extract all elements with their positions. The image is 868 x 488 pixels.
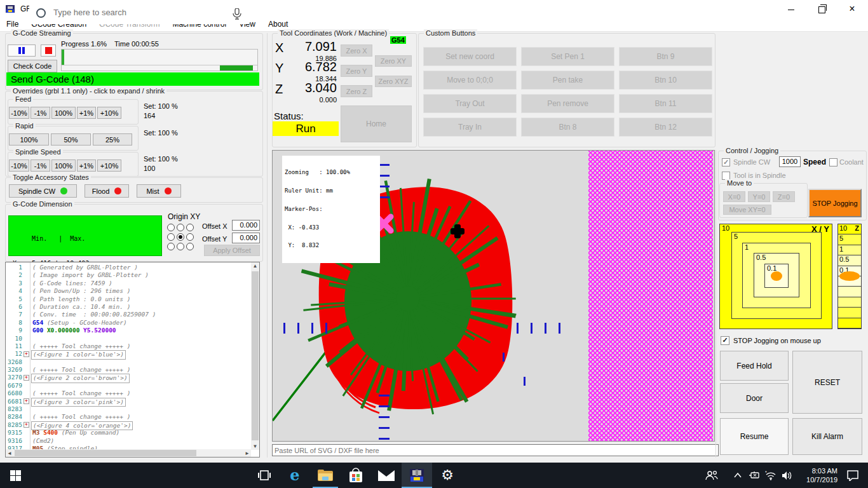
jog-z-row[interactable] bbox=[838, 287, 861, 297]
origin-radio-3[interactable] bbox=[167, 233, 175, 241]
custom-button-btn-8[interactable]: Btn 8 bbox=[521, 118, 614, 137]
task-view-button[interactable] bbox=[249, 463, 280, 488]
code-hscrollbar[interactable]: ◄ ► bbox=[6, 449, 251, 457]
taskbar-mail-button[interactable] bbox=[371, 463, 402, 488]
search-box[interactable] bbox=[29, 3, 249, 24]
code-line[interactable]: 3268 bbox=[6, 358, 251, 366]
jog-z-step-5[interactable]: 5 bbox=[838, 234, 861, 245]
reset-button[interactable]: RESET bbox=[792, 351, 862, 414]
origin-radio-1[interactable] bbox=[177, 224, 184, 231]
coolant-checkbox[interactable] bbox=[829, 158, 837, 166]
fold-expand-icon[interactable]: + bbox=[24, 375, 29, 381]
apply-offset-button[interactable]: Apply Offset bbox=[204, 245, 260, 256]
spindle-override-plus1pct[interactable]: +1% bbox=[77, 159, 96, 172]
feed-override-plus10pct[interactable]: +10% bbox=[97, 107, 121, 119]
microphone-icon[interactable] bbox=[233, 8, 241, 20]
spindle-override--1pct[interactable]: -1% bbox=[31, 159, 50, 172]
custom-button-pen-take[interactable]: Pen take bbox=[521, 71, 614, 90]
jog-z-step-0.5[interactable]: 0.5 bbox=[838, 255, 861, 266]
tray-volume-button[interactable] bbox=[779, 463, 796, 488]
custom-button-set-pen-1[interactable]: Set Pen 1 bbox=[521, 47, 614, 66]
zero-z-button[interactable]: Zero Z bbox=[341, 85, 372, 97]
taskbar-explorer-button[interactable] bbox=[310, 463, 341, 488]
origin-radio-6[interactable] bbox=[167, 243, 175, 250]
offset-y-field[interactable]: 0.000 bbox=[232, 233, 260, 243]
scroll-down-icon[interactable]: ▼ bbox=[251, 444, 259, 449]
spindle-speed-field[interactable]: 1000 bbox=[779, 156, 801, 167]
rapid-override-50pct[interactable]: 50% bbox=[51, 133, 91, 146]
code-line[interactable]: 5( Path length : 0.0 units ) bbox=[6, 295, 251, 303]
code-line[interactable]: 8G54 (Setup - GCode-Header) bbox=[6, 319, 251, 327]
custom-button-btn-11[interactable]: Btn 11 bbox=[619, 94, 712, 113]
scroll-left-icon[interactable]: ◄ bbox=[6, 451, 13, 456]
origin-radio-2[interactable] bbox=[186, 224, 194, 231]
custom-button-btn-9[interactable]: Btn 9 bbox=[619, 47, 712, 66]
jog-z-row[interactable] bbox=[838, 308, 861, 318]
custom-button-btn-12[interactable]: Btn 12 bbox=[619, 118, 712, 137]
code-line[interactable]: 6680( +++++ Tool change +++++ ) bbox=[6, 390, 251, 397]
custom-button-set-new-coord[interactable]: Set new coord bbox=[423, 47, 517, 66]
code-line[interactable]: 4( Pen Down/Up : 296 times ) bbox=[6, 287, 251, 295]
rapid-override-100pct[interactable]: 100% bbox=[9, 133, 49, 146]
jog-z-pad[interactable]: 10Z510.50.1 bbox=[837, 224, 862, 329]
code-line[interactable]: 12+(<Figure 1 color='blue'>) bbox=[6, 350, 251, 358]
door-button[interactable]: Door bbox=[720, 383, 789, 413]
scroll-right-icon[interactable]: ► bbox=[244, 451, 250, 456]
code-line[interactable]: 6( Duration ca.: 10.4 min. ) bbox=[6, 303, 251, 311]
custom-button-tray-out[interactable]: Tray Out bbox=[423, 94, 517, 113]
toggle-flood-button[interactable]: Flood bbox=[85, 184, 129, 198]
jog-z-row[interactable] bbox=[838, 318, 861, 329]
stop-jogging-button[interactable]: STOP Jogging bbox=[808, 189, 862, 217]
spindle-cw-checkbox[interactable] bbox=[722, 158, 730, 166]
stop-on-mouseup-checkbox[interactable] bbox=[721, 336, 729, 345]
code-line[interactable]: 3270+(<Figure 2 color='brown'>) bbox=[6, 374, 251, 381]
fold-expand-icon[interactable]: + bbox=[24, 351, 29, 357]
feed-override--1pct[interactable]: -1% bbox=[31, 107, 50, 119]
code-line[interactable]: 8283 bbox=[6, 405, 251, 413]
taskbar-grbl-button[interactable] bbox=[402, 463, 432, 488]
feed-hold-button[interactable]: Feed Hold bbox=[720, 351, 789, 381]
code-line[interactable]: 2( Image import by GRBL-Plotter ) bbox=[6, 271, 251, 279]
move-z0-button[interactable]: Z=0 bbox=[773, 191, 795, 202]
code-line[interactable]: 10 bbox=[6, 335, 251, 342]
jog-z-step-1[interactable]: 1 bbox=[838, 245, 861, 255]
zero-y-button[interactable]: Zero Y bbox=[341, 65, 372, 77]
jog-xy-pad[interactable]: 10X / Y510.50.1 bbox=[719, 224, 832, 329]
pause-button[interactable] bbox=[8, 44, 36, 57]
custom-button-btn-10[interactable]: Btn 10 bbox=[619, 71, 712, 90]
code-vscrollbar[interactable]: ▲ ▼ bbox=[251, 262, 259, 450]
origin-radio-5[interactable] bbox=[186, 233, 194, 241]
origin-radio-0[interactable] bbox=[167, 224, 175, 231]
origin-radio-4[interactable] bbox=[177, 233, 184, 241]
check-code-button[interactable]: Check Code bbox=[8, 60, 57, 72]
restore-button[interactable] bbox=[811, 0, 832, 18]
origin-radio-7[interactable] bbox=[177, 243, 184, 250]
taskbar-settings-button[interactable]: ⚙ bbox=[432, 463, 463, 488]
code-line[interactable]: 8285+(<Figure 4 color='orange'>) bbox=[6, 421, 251, 429]
feed-override-100pct[interactable]: 100% bbox=[51, 107, 76, 119]
move-x0-button[interactable]: X=0 bbox=[723, 191, 745, 202]
move-y0-button[interactable]: Y=0 bbox=[748, 191, 770, 202]
gcode-editor[interactable]: 1( Generated by GRBL-Plotter )2( Image i… bbox=[5, 262, 260, 458]
fold-expand-icon[interactable]: + bbox=[24, 398, 29, 404]
code-line[interactable]: 8284( +++++ Tool change +++++ ) bbox=[6, 413, 251, 421]
code-line[interactable]: 9G00 X0.000000 Y5.520000 bbox=[6, 327, 251, 334]
zero-xy-button[interactable]: Zero XY bbox=[375, 55, 412, 67]
feed-override--10pct[interactable]: -10% bbox=[9, 107, 29, 119]
offset-x-field[interactable]: 0.000 bbox=[232, 220, 260, 231]
jog-xy-step-0.1[interactable]: 0.1 bbox=[764, 264, 789, 288]
custom-button-tray-in[interactable]: Tray In bbox=[423, 118, 517, 137]
fold-expand-icon[interactable]: + bbox=[24, 422, 29, 428]
toggle-spindle-cw-button[interactable]: Spindle CW bbox=[9, 184, 77, 198]
code-line[interactable]: 3269( +++++ Tool change +++++ ) bbox=[6, 366, 251, 374]
code-line[interactable]: 1( Generated by GRBL-Plotter ) bbox=[6, 264, 251, 271]
start-button[interactable] bbox=[0, 463, 31, 488]
feed-override-plus1pct[interactable]: +1% bbox=[77, 107, 96, 119]
minimize-button[interactable] bbox=[780, 0, 802, 18]
taskbar-edge-button[interactable]: e bbox=[280, 463, 310, 488]
code-line[interactable]: 11( +++++ Tool change +++++ ) bbox=[6, 342, 251, 350]
origin-radio-8[interactable] bbox=[186, 243, 194, 250]
taskbar-search-input[interactable] bbox=[52, 7, 220, 18]
custom-button-pen-remove[interactable]: Pen remove bbox=[521, 94, 614, 113]
tray-expand-button[interactable] bbox=[729, 463, 746, 488]
